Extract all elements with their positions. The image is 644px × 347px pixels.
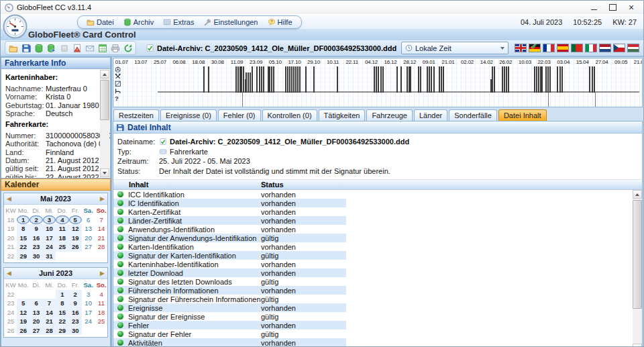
calendar-day[interactable]: 28 [95,242,107,252]
scroll-down-icon[interactable] [100,168,109,177]
calendar-day[interactable]: 16 [30,234,42,243]
calendar-prev-icon[interactable]: ◀ [7,270,16,277]
calendar-day[interactable]: 10 [43,224,56,234]
calendar-day[interactable]: 20 [30,317,42,326]
tab-sonderfälle[interactable]: Sonderfälle [449,109,497,121]
calendar-day[interactable]: 27 [30,326,42,336]
calendar-day[interactable]: 26 [17,326,30,336]
tab-fehler-0[interactable]: Fehler (0) [218,109,261,121]
calendar-day[interactable]: 7 [95,215,107,225]
table-row[interactable]: Signatur der Führerschein Informationeng… [113,295,346,303]
calendar-day[interactable]: 19 [17,317,30,326]
calendar-day[interactable]: 2 [69,290,82,299]
table-row[interactable]: Signatur der Ereignissegültig [113,312,346,321]
calendar-day[interactable]: 3 [82,290,95,299]
calendar-day[interactable]: 4 [56,215,68,225]
scrollbar-thumb[interactable] [633,200,642,309]
calendar-day[interactable]: 17 [82,308,95,317]
excel-export-button[interactable] [97,43,108,54]
calendar-day[interactable]: 27 [82,242,95,252]
calendar-day[interactable]: 23 [30,242,42,252]
calendar-day[interactable]: 15 [17,234,30,243]
table-row[interactable]: Führerschein Informationenvorhanden [113,286,346,295]
print-button[interactable] [109,43,121,54]
calendar-day[interactable]: 9 [69,299,82,308]
calendar-day[interactable]: 19 [69,234,82,243]
calendar-day[interactable]: 8 [17,224,30,234]
flag-gb-icon[interactable] [515,44,527,52]
pdf-export-button[interactable] [71,43,83,54]
calendar-day[interactable]: 29 [17,252,30,261]
calendar-day[interactable]: 1 [56,290,68,299]
archive-import-button[interactable] [46,43,57,54]
scroll-up-icon[interactable] [100,70,109,79]
calendar-day[interactable]: 13 [82,224,95,234]
calendar-day[interactable]: 5 [17,299,30,308]
calendar-day[interactable]: 6 [30,299,42,308]
calendar-day[interactable]: 30 [69,326,82,336]
table-row[interactable]: Signatur der Anwendungs-Identifikationgü… [113,234,346,242]
timezone-select[interactable]: Lokale Zeit [401,42,508,54]
minimize-button[interactable] [584,2,603,13]
calendar-day[interactable]: 21 [95,234,107,243]
table-row[interactable]: Karten-Zertifikatvorhanden [113,207,346,216]
flag-it-icon[interactable] [585,44,597,52]
calendar-day[interactable]: 15 [56,308,68,317]
calendar-day[interactable]: 22 [17,242,30,252]
menu-item-extras[interactable]: Extras [158,18,199,26]
calendar-day[interactable]: 12 [69,224,82,234]
calendar-next-icon[interactable]: ▶ [95,196,105,202]
calendar-day[interactable]: 13 [30,308,42,317]
calendar-day[interactable]: 12 [17,308,30,317]
maximize-button[interactable] [603,2,622,13]
calendar-day[interactable]: 28 [43,326,56,336]
tab-ereignisse-0[interactable]: Ereignisse (0) [160,109,217,121]
table-row[interactable]: Karten-Identifikationvorhanden [113,242,346,251]
calendar-day[interactable]: 31 [43,252,56,261]
calendar-day[interactable]: 25 [56,242,68,252]
calendar-day[interactable]: 18 [56,234,68,243]
calendar-day[interactable]: 14 [95,224,107,234]
open-folder-button[interactable] [7,43,19,54]
scroll-down-icon[interactable] [633,344,642,347]
calendar-day[interactable]: 24 [43,242,56,252]
scroll-up-icon[interactable] [633,190,642,199]
calendar-day[interactable]: 16 [69,308,82,317]
calendar-day[interactable]: 20 [82,234,95,243]
flag-de-icon[interactable]: ✓ [529,44,541,52]
calendar-day[interactable]: 3 [43,215,56,225]
menu-item-datei[interactable]: Datei [82,18,119,26]
table-row[interactable]: Signatur der Karten-Identifikationgültig [113,251,346,260]
calendar-day[interactable]: 5 [69,215,82,225]
calendar-day[interactable]: 24 [82,317,95,326]
calendar-day[interactable]: 14 [43,308,56,317]
table-row[interactable]: Anwendungs-Identifikationvorhanden [113,225,346,234]
calendar-day[interactable]: 30 [30,252,42,261]
calendar-next-icon[interactable]: ▶ [95,270,105,277]
calendar-day[interactable]: 11 [56,224,68,234]
archive-database-button[interactable] [33,43,44,54]
calendar-day[interactable]: 29 [56,326,68,336]
sidebar-scrollbar[interactable] [100,70,109,177]
table-row[interactable]: letzter Downloadvorhanden [113,268,346,277]
calendar-day[interactable]: 2 [30,215,42,225]
table-row[interactable]: ICC Identifikationvorhanden [113,190,346,199]
table-row[interactable]: Signatur der Fehlergültig [113,330,346,338]
calendar-day[interactable]: 8 [56,299,68,308]
calendar-day[interactable]: 18 [95,308,107,317]
menu-item-archiv[interactable]: Archiv [119,18,159,26]
refresh-button[interactable] [122,43,133,54]
calendar-prev-icon[interactable]: ◀ [7,196,16,202]
calendar-day[interactable]: 22 [56,317,68,326]
tab-restzeiten[interactable]: Restzeiten [113,109,159,121]
table-row[interactable]: Länder-Zertifikatvorhanden [113,216,346,225]
table-row[interactable]: Fehlervorhanden [113,321,346,330]
table-row[interactable]: Signatur des letzten Downloadsgültig [113,277,346,286]
table-row[interactable]: Ereignissevorhanden [113,303,346,312]
flag-pt-icon[interactable] [571,44,583,52]
flag-fr-icon[interactable] [543,44,555,52]
scrollbar-thumb[interactable] [100,80,109,120]
calendar-day[interactable]: 26 [69,242,82,252]
calendar-day[interactable]: 6 [82,215,95,225]
calendar-day[interactable]: 7 [43,299,56,308]
